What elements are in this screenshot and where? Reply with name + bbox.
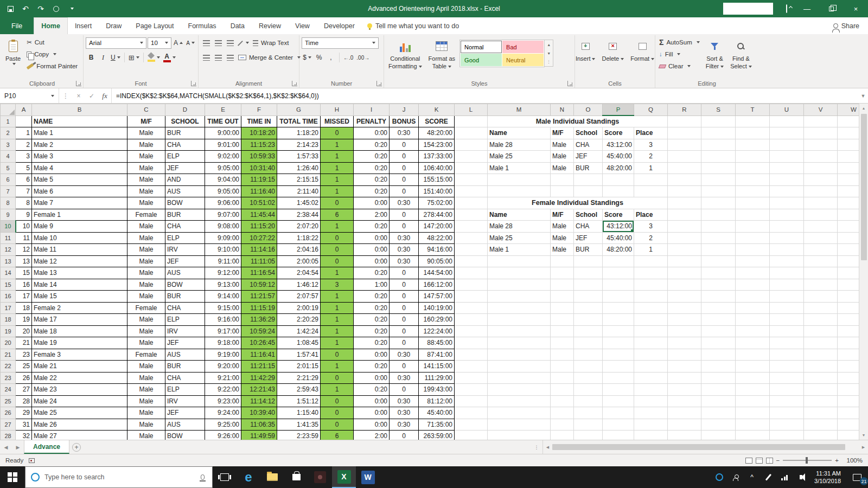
- column-header-N[interactable]: N: [551, 104, 574, 116]
- cell-F8[interactable]: 10:51:02: [241, 197, 277, 209]
- clipboard-dialog-launcher[interactable]: [76, 81, 81, 86]
- cell-B21[interactable]: Female 3: [32, 349, 127, 361]
- store-taskbar-button[interactable]: [284, 466, 308, 488]
- cell-L1[interactable]: [455, 115, 488, 127]
- cell-G17[interactable]: 2:00:19: [277, 302, 321, 314]
- cell-Q28[interactable]: [634, 431, 668, 440]
- cell-O10[interactable]: CHA: [574, 221, 603, 233]
- cell-R14[interactable]: [668, 267, 701, 279]
- cell-H27[interactable]: 0: [321, 419, 354, 431]
- scroll-up-button[interactable]: ▲: [862, 104, 866, 113]
- cell-Q5[interactable]: 1: [634, 162, 668, 174]
- cell-L5[interactable]: [455, 162, 488, 174]
- cell-Q19[interactable]: [634, 325, 668, 337]
- cell-Q13[interactable]: [634, 255, 668, 267]
- cell-C23[interactable]: Male: [127, 372, 165, 384]
- cell-W18[interactable]: [838, 314, 859, 326]
- cell-I16[interactable]: 0:20: [354, 291, 390, 303]
- cell-P19[interactable]: [603, 325, 634, 337]
- cell-V26[interactable]: [804, 407, 838, 419]
- cell-W19[interactable]: [838, 325, 859, 337]
- cell-A24[interactable]: 27: [16, 384, 32, 396]
- cell-P6[interactable]: [603, 174, 634, 186]
- cell-J1[interactable]: BONUS: [390, 115, 419, 127]
- underline-button[interactable]: U: [110, 52, 122, 63]
- cell-B16[interactable]: Male 15: [32, 291, 127, 303]
- cell-O11[interactable]: JEF: [574, 232, 603, 244]
- column-header-C[interactable]: C: [127, 104, 165, 116]
- cell-O12[interactable]: BUR: [574, 244, 603, 256]
- cell-D1[interactable]: SCHOOL: [165, 115, 205, 127]
- cell-N22[interactable]: [551, 361, 574, 373]
- cell-P12[interactable]: 48:20:00: [603, 244, 634, 256]
- cell-T15[interactable]: [736, 279, 770, 291]
- cell-W17[interactable]: [838, 302, 859, 314]
- cell-J14[interactable]: 0: [390, 267, 419, 279]
- cell-C22[interactable]: Male: [127, 361, 165, 373]
- italic-button[interactable]: I: [98, 52, 108, 63]
- cell-F5[interactable]: 10:31:40: [241, 162, 277, 174]
- cell-Q15[interactable]: [634, 279, 668, 291]
- cell-Q14[interactable]: [634, 267, 668, 279]
- font-size-combo[interactable]: 10: [148, 37, 171, 49]
- cell-A21[interactable]: 23: [16, 349, 32, 361]
- tray-expand-button[interactable]: ^: [744, 466, 760, 488]
- cell-R6[interactable]: [668, 174, 701, 186]
- cell-R27[interactable]: [668, 419, 701, 431]
- zoom-level[interactable]: 100%: [842, 457, 863, 464]
- cell-A26[interactable]: 29: [16, 407, 32, 419]
- cell-H20[interactable]: 1: [321, 337, 354, 349]
- cell-K28[interactable]: 263:59:00: [419, 431, 455, 440]
- cell-A11[interactable]: 11: [16, 232, 32, 244]
- cell-U10[interactable]: [770, 221, 804, 233]
- cell-G15[interactable]: 1:46:12: [277, 279, 321, 291]
- row-header-24[interactable]: 24: [1, 384, 16, 396]
- cell-F2[interactable]: 10:18:20: [241, 127, 277, 139]
- align-middle-button[interactable]: [213, 37, 224, 49]
- taskbar-search-input[interactable]: Type here to search: [25, 466, 213, 488]
- cell-V10[interactable]: [804, 221, 838, 233]
- volume-tray-button[interactable]: [793, 466, 809, 488]
- cell-J17[interactable]: 0: [390, 302, 419, 314]
- cell-D19[interactable]: IRV: [165, 325, 205, 337]
- cell-S20[interactable]: [701, 337, 736, 349]
- cell-F27[interactable]: 11:06:35: [241, 419, 277, 431]
- cell-P4[interactable]: 45:40:00: [603, 151, 634, 163]
- row-header-23[interactable]: 23: [1, 372, 16, 384]
- cell-V14[interactable]: [804, 267, 838, 279]
- cell-F17[interactable]: 11:15:19: [241, 302, 277, 314]
- cell-E18[interactable]: 9:16:00: [205, 314, 241, 326]
- cell-J21[interactable]: 0:30: [390, 349, 419, 361]
- find-select-button[interactable]: Find & Select: [728, 36, 754, 72]
- cell-D23[interactable]: CHA: [165, 372, 205, 384]
- tell-me-box[interactable]: Tell me what you want to do: [367, 17, 459, 34]
- cell-M25[interactable]: [488, 395, 551, 407]
- cell-A13[interactable]: 13: [16, 255, 32, 267]
- cell-K20[interactable]: 88:45:00: [419, 337, 455, 349]
- cell-B24[interactable]: Male 23: [32, 384, 127, 396]
- cell-O23[interactable]: [574, 372, 603, 384]
- cell-H4[interactable]: 1: [321, 151, 354, 163]
- cell-L7[interactable]: [455, 185, 488, 197]
- cell-S15[interactable]: [701, 279, 736, 291]
- cell-E3[interactable]: 9:01:00: [205, 139, 241, 151]
- cell-T13[interactable]: [736, 255, 770, 267]
- cell-O13[interactable]: [574, 255, 603, 267]
- cell-E24[interactable]: 9:22:00: [205, 384, 241, 396]
- cell-O21[interactable]: [574, 349, 603, 361]
- cell-W23[interactable]: [838, 372, 859, 384]
- cell-T8[interactable]: [736, 197, 770, 209]
- macro-record-icon[interactable]: [29, 458, 35, 463]
- cell-L25[interactable]: [455, 395, 488, 407]
- cell-P14[interactable]: [603, 267, 634, 279]
- cell-L20[interactable]: [455, 337, 488, 349]
- cell-A20[interactable]: 21: [16, 337, 32, 349]
- cell-P16[interactable]: [603, 291, 634, 303]
- cell-E8[interactable]: 9:06:00: [205, 197, 241, 209]
- cell-V22[interactable]: [804, 361, 838, 373]
- cell-J13[interactable]: 0:30: [390, 255, 419, 267]
- cell-G8[interactable]: 1:45:02: [277, 197, 321, 209]
- cell-C14[interactable]: Male: [127, 267, 165, 279]
- cell-T5[interactable]: [736, 162, 770, 174]
- cell-R2[interactable]: [668, 127, 701, 139]
